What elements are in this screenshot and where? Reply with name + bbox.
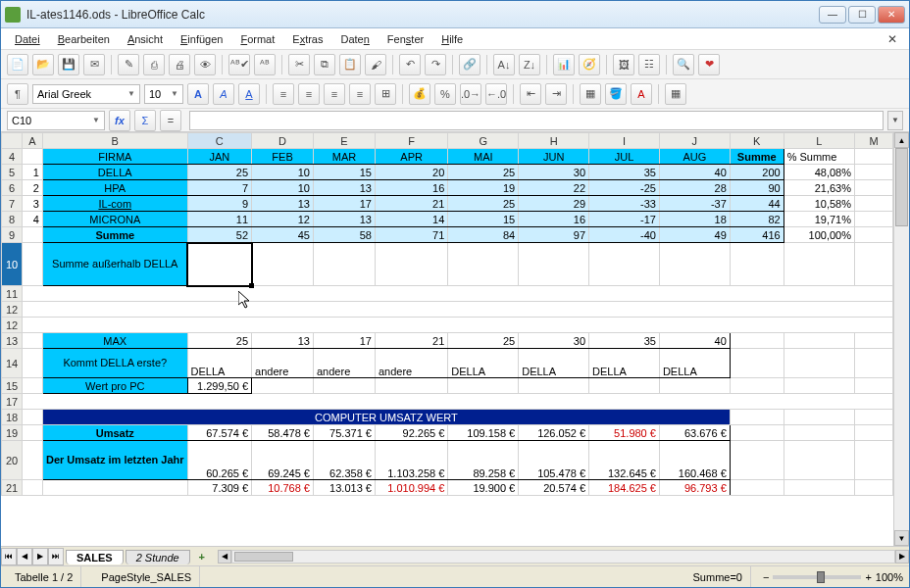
zoom-in-button[interactable]: + xyxy=(865,571,871,583)
col-header-C[interactable]: C xyxy=(187,133,251,149)
bold-button[interactable]: A xyxy=(187,83,209,105)
email-button[interactable]: ✉ xyxy=(83,54,105,75)
autospell-button[interactable]: ᴬᴮ xyxy=(254,54,276,75)
cell-F15[interactable]: andere xyxy=(376,349,447,377)
menu-fenster[interactable]: Fenster xyxy=(379,31,431,47)
formula-input[interactable] xyxy=(189,111,884,130)
cell-E22[interactable]: 13.013 € xyxy=(314,480,375,495)
cell-B5[interactable]: DELLA xyxy=(43,165,187,179)
cell-B20[interactable]: Umsatz xyxy=(43,425,187,440)
cell-G5[interactable]: 25 xyxy=(448,165,518,179)
cell-H8[interactable]: 16 xyxy=(519,212,588,226)
cell-J20[interactable]: 63.676 € xyxy=(660,425,730,440)
cell-H7[interactable]: 29 xyxy=(519,196,588,211)
row-header-18[interactable]: 17 xyxy=(2,394,23,410)
cell-E21[interactable]: 62.358 € xyxy=(314,441,375,479)
cell-D22[interactable]: 10.768 € xyxy=(252,480,313,495)
cell-F8[interactable]: 14 xyxy=(376,212,447,226)
cell-J9[interactable]: 49 xyxy=(660,227,730,242)
cell-B21[interactable]: Der Umsatz im letzten Jahr xyxy=(43,441,187,479)
navigator-button[interactable]: 🧭 xyxy=(579,54,600,75)
cell-G15[interactable]: DELLA xyxy=(448,349,518,377)
cell-A7[interactable]: 3 xyxy=(23,196,42,211)
scroll-down-button[interactable]: ▼ xyxy=(894,530,909,546)
cell-L8[interactable]: 19,71% xyxy=(784,212,854,226)
cell-I9[interactable]: -40 xyxy=(589,227,659,242)
cell-I7[interactable]: -33 xyxy=(589,196,659,211)
horizontal-scrollbar[interactable]: ◀ ▶ xyxy=(218,550,909,564)
cell-G22[interactable]: 19.900 € xyxy=(448,480,518,495)
col-header-H[interactable]: H xyxy=(519,133,589,149)
merge-button[interactable]: ⊞ xyxy=(375,83,396,105)
font-name-combo[interactable]: Arial Greek▼ xyxy=(32,84,140,104)
cell-H15[interactable]: DELLA xyxy=(519,349,588,377)
cell-J6[interactable]: 28 xyxy=(660,180,730,195)
cell-J7[interactable]: -37 xyxy=(660,196,730,211)
cell-E9[interactable]: 58 xyxy=(314,227,375,242)
cell-C5[interactable]: 25 xyxy=(188,165,251,179)
cell-B8[interactable]: MICRONA xyxy=(43,212,187,226)
fontcolor-button[interactable]: A xyxy=(631,83,652,105)
row-header-10[interactable]: 10 xyxy=(2,243,23,286)
link-button[interactable]: 🔗 xyxy=(459,54,480,75)
row-header-7[interactable]: 7 xyxy=(2,196,23,212)
cell-D7[interactable]: 13 xyxy=(252,196,313,211)
row-header-11[interactable]: 11 xyxy=(2,286,23,302)
row-header-9[interactable]: 9 xyxy=(2,227,23,243)
row-header-19[interactable]: 18 xyxy=(2,410,23,425)
cell-H20[interactable]: 126.052 € xyxy=(519,425,588,440)
cell-A5[interactable]: 1 xyxy=(23,165,42,179)
grid-button[interactable]: ▦ xyxy=(665,83,686,105)
row-header-8[interactable]: 8 xyxy=(2,212,23,227)
cell-D9[interactable]: 45 xyxy=(252,227,313,242)
vscroll-thumb[interactable] xyxy=(895,148,908,226)
cell-J22[interactable]: 96.793 € xyxy=(660,480,730,495)
menu-bearbeiten[interactable]: Bearbeiten xyxy=(50,31,118,47)
cell-A8[interactable]: 4 xyxy=(23,212,42,226)
cell-C4[interactable]: JAN xyxy=(188,149,251,164)
cell-C7[interactable]: 9 xyxy=(188,196,251,211)
cell-I8[interactable]: -17 xyxy=(589,212,659,226)
row-header-21[interactable]: 20 xyxy=(2,441,23,480)
cell-E5[interactable]: 15 xyxy=(314,165,375,179)
cell-G7[interactable]: 25 xyxy=(448,196,518,211)
col-header-M[interactable]: M xyxy=(855,133,893,149)
cell-D14[interactable]: 13 xyxy=(252,333,313,348)
cell-F22[interactable]: 1.010.994 € xyxy=(376,480,447,495)
cell-G14[interactable]: 25 xyxy=(448,333,518,348)
align-right-button[interactable]: ≡ xyxy=(324,83,345,105)
cell-E15[interactable]: andere xyxy=(314,349,375,377)
chart-button[interactable]: 📊 xyxy=(553,54,575,75)
cell-H4[interactable]: JUN xyxy=(519,149,588,164)
col-header-K[interactable]: K xyxy=(730,133,784,149)
cell-L6[interactable]: 21,63% xyxy=(784,180,854,195)
cell-G9[interactable]: 84 xyxy=(448,227,518,242)
cell-G4[interactable]: MAI xyxy=(448,149,518,164)
datasource-button[interactable]: ☷ xyxy=(638,54,660,75)
cell-C17[interactable]: 1.299,50 € xyxy=(188,378,251,393)
cell-H9[interactable]: 97 xyxy=(519,227,588,242)
cell-J5[interactable]: 40 xyxy=(660,165,730,179)
cell-G20[interactable]: 109.158 € xyxy=(448,425,518,440)
italic-button[interactable]: A xyxy=(213,83,234,105)
cell-F6[interactable]: 16 xyxy=(376,180,447,195)
cell-K9[interactable]: 416 xyxy=(731,227,784,242)
cell-F21[interactable]: 1.103.258 € xyxy=(376,441,447,479)
menu-hilfe[interactable]: Hilfe xyxy=(433,31,471,47)
cell-H22[interactable]: 20.574 € xyxy=(519,480,588,495)
cell-B10[interactable]: Summe außerhalb DELLA xyxy=(43,243,187,285)
cell-J8[interactable]: 18 xyxy=(660,212,730,226)
function-wizard-button[interactable]: fx xyxy=(109,110,130,131)
cell-B4[interactable]: FIRMA xyxy=(43,149,187,164)
dec-add-button[interactable]: .0→ xyxy=(460,83,481,105)
cell-F20[interactable]: 92.265 € xyxy=(376,425,447,440)
zoom-slider[interactable] xyxy=(773,575,861,579)
col-header-E[interactable]: E xyxy=(314,133,376,149)
row-header-6[interactable]: 6 xyxy=(2,180,23,196)
cell-I5[interactable]: 35 xyxy=(589,165,659,179)
percent-button[interactable]: % xyxy=(434,83,456,105)
undo-button[interactable]: ↶ xyxy=(399,54,421,75)
bgcolor-button[interactable]: 🪣 xyxy=(605,83,627,105)
col-header-G[interactable]: G xyxy=(448,133,519,149)
edit-button[interactable]: ✎ xyxy=(118,54,139,75)
